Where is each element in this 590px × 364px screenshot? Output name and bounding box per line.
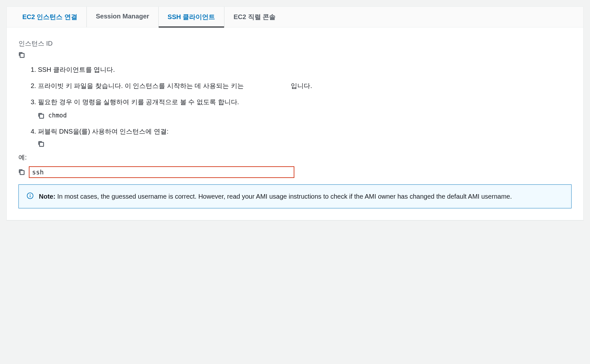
svg-rect-1 xyxy=(40,114,44,118)
tab-ec2-instance-connect[interactable]: EC2 인스턴스 연결 xyxy=(13,7,87,27)
ssh-example-code: ssh xyxy=(32,168,44,176)
ssh-example-box: ssh xyxy=(29,166,294,178)
instance-id-label: 인스턴스 ID xyxy=(18,39,572,48)
note-body: In most cases, the guessed username is c… xyxy=(55,193,512,200)
step-4: 퍼블릭 DNS을(를) 사용하여 인스턴스에 연결: xyxy=(38,127,572,147)
copy-icon[interactable] xyxy=(18,52,25,58)
tab-ec2-serial-console[interactable]: EC2 직렬 콘솔 xyxy=(224,7,285,27)
note-label: Note: xyxy=(39,193,55,200)
example-row: ssh xyxy=(18,166,572,178)
copy-icon[interactable] xyxy=(38,140,44,147)
step-2-suffix: 입니다. xyxy=(291,82,312,89)
instance-id-row xyxy=(18,52,572,58)
tab-session-manager[interactable]: Session Manager xyxy=(87,7,159,27)
copy-icon[interactable] xyxy=(18,169,25,175)
step-4-command-row xyxy=(38,140,572,147)
example-label: 예: xyxy=(18,153,572,162)
svg-point-5 xyxy=(30,194,30,194)
panel: EC2 인스턴스 연결 Session Manager SSH 클라이언트 EC… xyxy=(6,6,584,220)
chmod-command: chmod xyxy=(48,111,67,120)
tab-ssh-client[interactable]: SSH 클라이언트 xyxy=(159,7,225,27)
step-4-text: 퍼블릭 DNS을(를) 사용하여 인스턴스에 연결: xyxy=(38,128,168,135)
step-3: 필요한 경우 이 명령을 실행하여 키를 공개적으로 볼 수 없도록 합니다. … xyxy=(38,97,572,120)
svg-rect-2 xyxy=(40,142,44,147)
step-2: 프라이빗 키 파일을 찾습니다. 이 인스턴스를 시작하는 데 사용되는 키는 … xyxy=(38,81,572,91)
svg-rect-0 xyxy=(20,53,24,58)
tabs: EC2 인스턴스 연결 Session Manager SSH 클라이언트 EC… xyxy=(7,7,583,28)
step-1: SSH 클라이언트를 엽니다. xyxy=(38,65,572,74)
info-icon xyxy=(27,192,34,199)
steps-list: SSH 클라이언트를 엽니다. 프라이빗 키 파일을 찾습니다. 이 인스턴스를… xyxy=(18,65,572,147)
step-3-command-row: chmod xyxy=(38,111,572,120)
note-text: Note: In most cases, the guessed usernam… xyxy=(39,191,512,202)
svg-rect-3 xyxy=(20,171,24,175)
note-box: Note: In most cases, the guessed usernam… xyxy=(18,184,572,208)
step-3-text: 필요한 경우 이 명령을 실행하여 키를 공개적으로 볼 수 없도록 합니다. xyxy=(38,98,239,105)
copy-icon[interactable] xyxy=(38,112,44,118)
svg-rect-6 xyxy=(30,195,30,197)
content: 인스턴스 ID SSH 클라이언트를 엽니다. 프라이빗 키 파일을 찾습니다.… xyxy=(7,28,583,220)
step-2-prefix: 프라이빗 키 파일을 찾습니다. 이 인스턴스를 시작하는 데 사용되는 키는 xyxy=(38,82,244,89)
